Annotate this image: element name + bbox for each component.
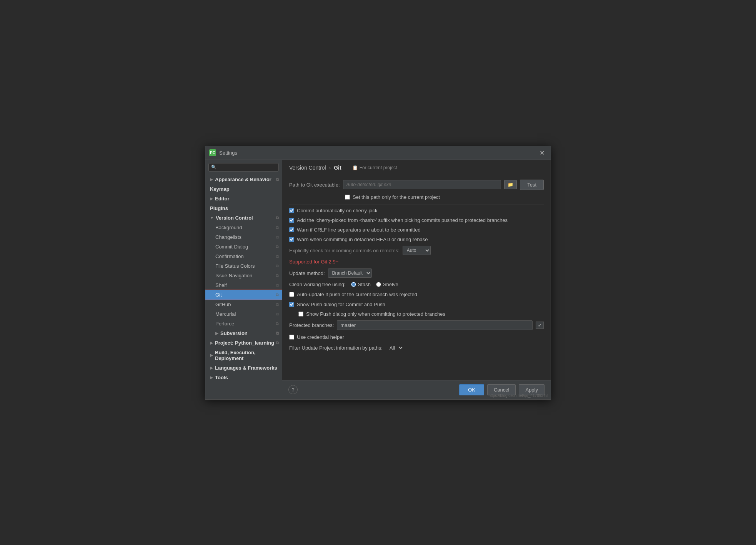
stash-radio[interactable]: [351, 282, 356, 287]
incoming-label: Explicitly check for incoming commits on…: [289, 248, 400, 253]
sidebar-item-label: Git: [215, 292, 222, 298]
copy-icon: ⧉: [276, 321, 279, 326]
supported-note: Supported for Git 2.9+: [289, 259, 544, 265]
crlf-row: Warn if CRLF line separators are about t…: [289, 227, 544, 233]
show-push-protected-label: Show Push dialog only when committing to…: [306, 311, 445, 318]
title-bar: PC Settings ✕: [205, 146, 551, 160]
show-push-checkbox[interactable]: [289, 302, 294, 307]
update-select[interactable]: Branch Default Merge Rebase: [328, 268, 372, 278]
sidebar-item-label: Editor: [215, 196, 230, 202]
search-icon: 🔍: [211, 165, 216, 170]
test-button[interactable]: Test: [520, 180, 544, 190]
project-badge-label: For current project: [360, 165, 397, 170]
set-path-label: Set this path only for the current proje…: [353, 194, 440, 201]
sidebar-item-issue-navigation[interactable]: Issue Navigation ⧉: [205, 271, 282, 280]
sidebar-item-languages[interactable]: ▶ Languages & Frameworks: [205, 363, 282, 373]
detached-checkbox[interactable]: [289, 237, 294, 242]
filter-row: Filter Update Project information by pat…: [289, 343, 544, 352]
sidebar-item-project-python[interactable]: ▶ Project: Python_learning ⧉: [205, 338, 282, 348]
set-path-checkbox[interactable]: [345, 195, 350, 200]
copy-icon: ⧉: [276, 244, 279, 249]
cherry-pick-suffix-checkbox[interactable]: [289, 218, 294, 223]
sidebar-item-subversion[interactable]: ▶ Subversion ⧉: [205, 328, 282, 338]
settings-window: PC Settings ✕ 🔍 ▶ Appearance & Behavior …: [205, 146, 551, 400]
cherry-pick-row: Commit automatically on cherry-pick: [289, 207, 544, 214]
credential-row: Use credential helper: [289, 334, 544, 341]
protected-input[interactable]: [337, 320, 533, 330]
sidebar-item-background[interactable]: Background ⧉: [205, 223, 282, 232]
sidebar-item-keymap[interactable]: Keymap: [205, 184, 282, 194]
crlf-label: Warn if CRLF line separators are about t…: [297, 227, 421, 233]
sidebar-item-label: Tools: [215, 375, 228, 380]
sidebar-item-editor[interactable]: ▶ Editor: [205, 194, 282, 203]
copy-icon: ⧉: [276, 273, 279, 278]
sidebar-item-tools[interactable]: ▶ Tools: [205, 373, 282, 382]
sidebar-item-changelists[interactable]: Changelists ⧉: [205, 232, 282, 242]
sidebar-item-appearance[interactable]: ▶ Appearance & Behavior ⧉: [205, 175, 282, 184]
protected-label: Protected branches:: [289, 322, 334, 328]
credential-label: Use credential helper: [297, 334, 344, 341]
radio-shelve: Shelve: [376, 282, 398, 287]
copy-icon: ⧉: [276, 235, 279, 240]
sidebar-item-label: Plugins: [210, 205, 228, 211]
sidebar-item-plugins[interactable]: Plugins: [205, 203, 282, 213]
clean-label: Clean working tree using:: [289, 282, 346, 287]
arrow-icon: ▶: [210, 375, 213, 380]
arrow-icon: ▶: [210, 177, 213, 182]
show-push-row: Show Push dialog for Commit and Push: [289, 301, 544, 308]
project-icon: 📋: [352, 165, 358, 170]
footer-url: https://blog.csdn.net/qq_41709378: [489, 393, 548, 398]
expand-button[interactable]: ⤢: [536, 322, 544, 329]
sidebar-item-git[interactable]: Git ⧉: [205, 290, 282, 300]
sidebar-item-confirmation[interactable]: Confirmation ⧉: [205, 252, 282, 261]
search-input[interactable]: [218, 165, 276, 170]
sidebar-item-label: Background: [215, 225, 242, 230]
auto-update-checkbox[interactable]: [289, 292, 294, 297]
filter-select[interactable]: All: [386, 343, 404, 352]
crlf-checkbox[interactable]: [289, 227, 294, 232]
copy-icon: ⧉: [276, 340, 279, 345]
cherry-pick-checkbox[interactable]: [289, 208, 294, 213]
cherry-pick-suffix-row: Add the 'cherry-picked from <hash>' suff…: [289, 217, 544, 224]
search-box[interactable]: 🔍: [208, 163, 279, 172]
radio-stash: Stash: [351, 282, 371, 287]
ok-button[interactable]: OK: [459, 384, 484, 395]
divider: [289, 205, 544, 205]
main-panel: Version Control › Git 📋 For current proj…: [282, 160, 551, 399]
shelve-label: Shelve: [383, 282, 398, 287]
sidebar: 🔍 ▶ Appearance & Behavior ⧉ Keymap ▶ Edi…: [205, 160, 282, 399]
update-method-row: Update method: Branch Default Merge Reba…: [289, 268, 544, 278]
main-header: Version Control › Git 📋 For current proj…: [282, 160, 551, 174]
arrow-icon: ▶: [215, 331, 218, 335]
set-path-row: Set this path only for the current proje…: [289, 194, 544, 201]
folder-button[interactable]: 📁: [504, 180, 517, 189]
filter-label: Filter Update Project information by pat…: [289, 345, 383, 351]
show-push-protected-checkbox[interactable]: [298, 312, 303, 317]
sidebar-item-mercurial[interactable]: Mercurial ⧉: [205, 309, 282, 319]
sidebar-item-github[interactable]: GitHub ⧉: [205, 300, 282, 309]
arrow-icon: ▶: [210, 366, 213, 370]
sidebar-item-version-control[interactable]: ▼ Version Control ⧉: [205, 213, 282, 223]
help-button[interactable]: ?: [288, 385, 298, 394]
shelve-radio[interactable]: [376, 282, 381, 287]
sidebar-item-build[interactable]: ▶ Build, Execution, Deployment: [205, 348, 282, 363]
copy-icon: ⧉: [276, 254, 279, 259]
breadcrumb-separator: ›: [329, 165, 333, 171]
sidebar-item-file-status-colors[interactable]: File Status Colors ⧉: [205, 261, 282, 271]
sidebar-item-label: Subversion: [220, 330, 248, 336]
credential-checkbox[interactable]: [289, 335, 294, 340]
breadcrumb-parent: Version Control: [289, 165, 326, 171]
close-button[interactable]: ✕: [537, 148, 547, 157]
stash-label: Stash: [358, 282, 371, 287]
sidebar-item-perforce[interactable]: Perforce ⧉: [205, 319, 282, 328]
sidebar-item-label: Project: Python_learning: [215, 340, 274, 346]
sidebar-item-label: Keymap: [210, 186, 230, 192]
window-title: Settings: [219, 150, 537, 156]
path-input[interactable]: [343, 180, 501, 189]
footer: ? OK Cancel Apply https://blog.csdn.net/…: [282, 380, 551, 399]
sidebar-item-shelf[interactable]: Shelf ⧉: [205, 280, 282, 290]
sidebar-item-commit-dialog[interactable]: Commit Dialog ⧉: [205, 242, 282, 252]
sidebar-item-label: File Status Colors: [215, 263, 255, 269]
incoming-select[interactable]: Auto Always Never: [403, 246, 431, 255]
sidebar-item-label: Build, Execution, Deployment: [215, 350, 279, 361]
